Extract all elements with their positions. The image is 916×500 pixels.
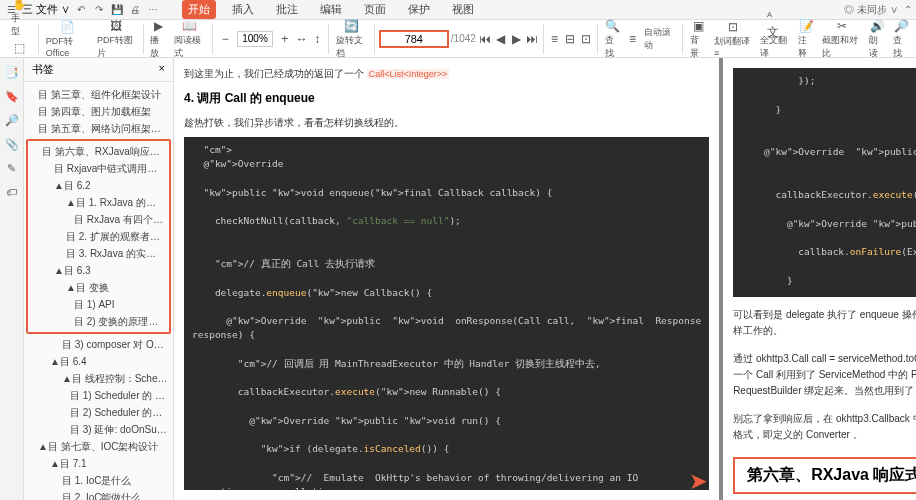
hand-icon: ✋ xyxy=(11,0,27,12)
bookmark-item[interactable]: 目 第三章、组件化框架设计 xyxy=(26,86,171,103)
bookmark-item[interactable]: ▲目 6.2 xyxy=(30,177,167,194)
translate-icon: ᴬ文 xyxy=(767,18,783,34)
bookmark-item[interactable]: 目 1) API xyxy=(30,296,167,313)
page-number-input[interactable] xyxy=(379,30,449,48)
first-page-icon[interactable]: ⏮ xyxy=(478,31,492,47)
bookmarks-title: 书签 xyxy=(32,62,54,77)
image-icon: 🖼 xyxy=(108,18,124,34)
translate-tool[interactable]: ᴬ文全文翻译 xyxy=(757,17,794,61)
save-icon[interactable]: 💾 xyxy=(110,3,124,17)
screenshot-tool[interactable]: ⊡划词翻译 ≡ xyxy=(711,18,755,59)
page-left: 到这里为止，我们已经成功的返回了一个 Call<List<Integer>> 4… xyxy=(174,58,719,500)
layout-icon-2[interactable]: ⊟ xyxy=(563,31,577,47)
bookmark-item[interactable]: 目 3) 延伸: doOnSubscribe() xyxy=(26,421,171,438)
compare-tool[interactable]: ✂截图和对比 xyxy=(819,17,864,61)
section-heading: 4. 调用 Call 的 enqueue xyxy=(184,90,709,107)
paragraph-3: 别忘了拿到响应后，在 okhttp3.Callback 中会去调用 respon… xyxy=(733,411,916,443)
bookmark-item[interactable]: ▲目 6.3 xyxy=(30,262,167,279)
pdf-to-office[interactable]: 📄PDF转Office xyxy=(43,18,92,59)
collapse-icon[interactable]: ⌃ xyxy=(904,4,912,15)
arrow-icon: ➤ xyxy=(690,469,707,493)
layout-icon-3[interactable]: ⊡ xyxy=(579,31,593,47)
search-panel-icon[interactable]: 🔎 xyxy=(4,112,20,128)
word-icon: 📄 xyxy=(59,19,75,35)
play-icon: ▶ xyxy=(150,18,166,34)
bookmarks-panel: 书签 × 目 第三章、组件化框架设计目 第四章、图片加载框架目 第五章、网络访问… xyxy=(24,58,174,500)
note-tool[interactable]: 📝注释 xyxy=(795,17,817,61)
code-block-2: }); } @"kw">Override "kw">public "kw">vo… xyxy=(733,68,916,297)
next-page-icon[interactable]: ▶ xyxy=(509,31,523,47)
attachment-icon[interactable]: 📎 xyxy=(4,136,20,152)
tag-icon[interactable]: 🏷 xyxy=(4,184,20,200)
read-aloud[interactable]: 🔊朗读 xyxy=(866,17,888,61)
zoom-out-icon[interactable]: − xyxy=(217,31,233,47)
last-page-icon[interactable]: ⏭ xyxy=(525,31,539,47)
page-total: /1042 xyxy=(451,33,476,44)
autoscroll-icon[interactable]: ≡ xyxy=(626,31,640,47)
bg-icon: ▣ xyxy=(690,18,706,34)
annotation-icon[interactable]: ✎ xyxy=(4,160,20,176)
bookmark-item[interactable]: 目 1. IoC是什么 xyxy=(26,472,171,489)
auto-scroll[interactable]: 自动滚动 xyxy=(641,25,678,53)
bookmark-item[interactable]: 目 3) composer 对 Observable 整体的变换 xyxy=(26,336,171,353)
sync-status[interactable]: ◎ 未同步 ∨ xyxy=(844,3,898,17)
compare-icon: ✂ xyxy=(834,18,850,34)
bookmark-item[interactable]: 目 Rxjava中链式调用怎么实现的? xyxy=(30,160,167,177)
left-icon-bar: 📑 🔖 🔎 📎 ✎ 🏷 xyxy=(0,58,24,500)
bookmark-item[interactable]: 目 2) 变换的原理：lift() xyxy=(30,313,167,330)
bookmark-item[interactable]: 目 2. 扩展的观察者模式 xyxy=(30,228,167,245)
bookmark-item[interactable]: ▲目 第七章、IOC架构设计 xyxy=(26,438,171,455)
more-icon[interactable]: ⋯ xyxy=(146,3,160,17)
prev-page-icon[interactable]: ◀ xyxy=(494,31,508,47)
bookmark-item[interactable]: 目 2) Scheduler 的原理 xyxy=(26,404,171,421)
print-icon[interactable]: 🖨 xyxy=(128,3,142,17)
thumbnail-icon[interactable]: 📑 xyxy=(4,64,20,80)
tab-comment[interactable]: 批注 xyxy=(270,0,304,19)
select-icon: ⬚ xyxy=(11,40,27,56)
bg-tool[interactable]: ▣背景 xyxy=(687,17,709,61)
bookmark-item[interactable]: ▲目 变换 xyxy=(30,279,167,296)
zoom-in-icon[interactable]: + xyxy=(277,31,293,47)
bookmark-icon[interactable]: 🔖 xyxy=(4,88,20,104)
tab-insert[interactable]: 插入 xyxy=(226,0,260,19)
undo-icon[interactable]: ↶ xyxy=(74,3,88,17)
code-ref: Call<List<Integer>> xyxy=(367,69,450,79)
find2-tool[interactable]: 🔎查找 xyxy=(890,17,912,61)
bookmark-item[interactable]: ▲目 1. RxJava 的观察者模式解析 xyxy=(30,194,167,211)
read-icon: 📖 xyxy=(182,18,198,34)
bookmarks-close[interactable]: × xyxy=(159,62,165,77)
page-right: }); } @"kw">Override "kw">public "kw">vo… xyxy=(723,58,916,500)
bookmark-item[interactable]: 目 第五章、网络访问框架设计 xyxy=(26,120,171,137)
fit-page-icon[interactable]: ↕ xyxy=(311,31,325,47)
section-text: 趁热打铁，我们异步请求，看看怎样切换线程的。 xyxy=(184,116,709,130)
find-icon: 🔍 xyxy=(605,18,621,34)
bookmarks-tree: 目 第三章、组件化框架设计目 第四章、图片加载框架目 第五章、网络访问框架设计 … xyxy=(24,82,173,500)
bookmark-item[interactable]: 目 2. IoC能做什么 xyxy=(26,489,171,500)
pdf-to-image[interactable]: 🖼PDF转图片 xyxy=(94,17,139,61)
hand-tool[interactable]: ✋手型 xyxy=(8,0,30,39)
zoom-value[interactable]: 100% xyxy=(237,31,273,47)
speaker-icon: 🔊 xyxy=(869,18,885,34)
redo-icon[interactable]: ↷ xyxy=(92,3,106,17)
highlight-annotation: ➤ 第六章、RXJava 响应式编程框架设计 xyxy=(733,457,916,494)
rotate-doc[interactable]: 🔄旋转文档 xyxy=(333,17,370,61)
tab-view[interactable]: 视图 xyxy=(446,0,480,19)
bookmark-item[interactable]: 目 RxJava 有四个基本概念: xyxy=(30,211,167,228)
find-tool[interactable]: 🔍查找 xyxy=(602,17,624,61)
play-tool[interactable]: ▶播放 xyxy=(147,17,169,61)
search-icon: 🔎 xyxy=(893,18,909,34)
layout-icon-1[interactable]: ≡ xyxy=(548,31,562,47)
document-area: 到这里为止，我们已经成功的返回了一个 Call<List<Integer>> 4… xyxy=(174,58,916,500)
bookmark-item[interactable]: 目 第四章、图片加载框架 xyxy=(26,103,171,120)
bookmark-item[interactable]: ▲目 线程控制：Scheduler xyxy=(26,370,171,387)
bookmark-item[interactable]: 目 3. RxJava 的实现和使用 xyxy=(30,245,167,262)
bookmark-item-highlighted[interactable]: 目 第六章、RXJava响应式编程框架设计 xyxy=(30,143,167,160)
bookmark-item[interactable]: 目 1) Scheduler 的 API xyxy=(26,387,171,404)
bookmark-item[interactable]: ▲目 6.4 xyxy=(26,353,171,370)
toolbar: ✋手型 ⬚选择 📄PDF转Office 🖼PDF转图片 ▶播放 📖阅读模式 − … xyxy=(0,20,916,58)
tab-protect[interactable]: 保护 xyxy=(402,0,436,19)
paragraph-1: 可以看到是 delegate 执行了 enqueue 操作，而 delegate… xyxy=(733,307,916,339)
read-mode[interactable]: 📖阅读模式 xyxy=(171,17,208,61)
bookmark-item[interactable]: ▲目 7.1 xyxy=(26,455,171,472)
fit-width-icon[interactable]: ↔ xyxy=(295,31,309,47)
